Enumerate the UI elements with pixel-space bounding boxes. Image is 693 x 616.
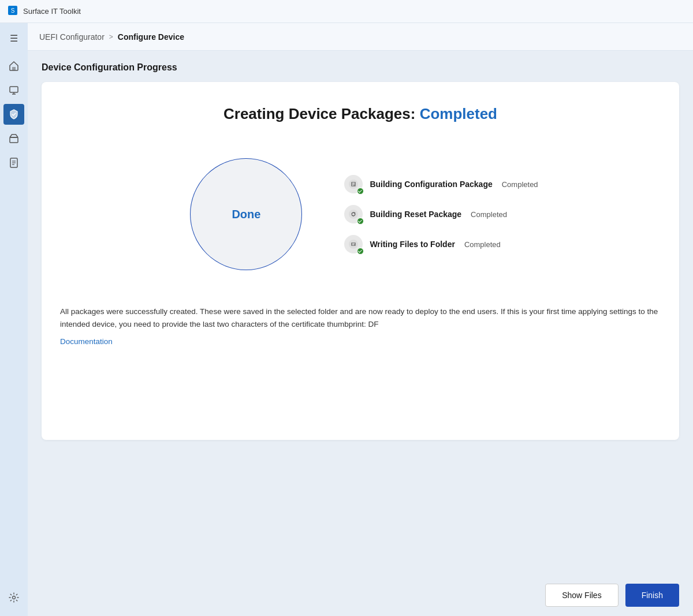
breadcrumb: UEFI Configurator > Configure Device bbox=[39, 32, 184, 42]
description-text: All packages were successfully created. … bbox=[60, 305, 661, 330]
report-icon bbox=[8, 157, 20, 169]
step-status-2: Completed bbox=[471, 210, 507, 219]
sidebar-item-packages[interactable] bbox=[3, 128, 24, 149]
step-item-1: Building Configuration Package Completed bbox=[344, 175, 538, 193]
device-icon bbox=[8, 84, 20, 96]
svg-point-18 bbox=[349, 210, 358, 219]
step-label-1: Building Configuration Package bbox=[370, 180, 492, 189]
svg-rect-3 bbox=[10, 87, 18, 92]
show-files-button[interactable]: Show Files bbox=[545, 584, 618, 607]
sidebar-item-device[interactable] bbox=[3, 80, 24, 100]
svg-rect-20 bbox=[351, 242, 356, 246]
step-icon-3 bbox=[344, 235, 363, 253]
step-icon-1 bbox=[344, 175, 363, 193]
app-title: Surface IT Toolkit bbox=[23, 7, 81, 16]
sidebar-item-home[interactable] bbox=[3, 55, 24, 76]
progress-card: Creating Device Packages: Completed Done bbox=[42, 82, 679, 440]
home-icon bbox=[8, 60, 20, 72]
step-status-3: Completed bbox=[464, 240, 501, 249]
gear-icon bbox=[8, 592, 20, 603]
creating-title-static: Creating Device Packages: bbox=[223, 105, 415, 122]
breadcrumb-parent: UEFI Configurator bbox=[39, 32, 105, 42]
check-badge-2 bbox=[357, 218, 364, 225]
documentation-link[interactable]: Documentation bbox=[60, 337, 113, 346]
creating-title: Creating Device Packages: Completed bbox=[60, 105, 661, 123]
step-icon-2 bbox=[344, 205, 363, 223]
creating-title-status: Completed bbox=[420, 105, 497, 122]
step-item-3: Writing Files to Folder Completed bbox=[344, 235, 538, 253]
svg-rect-2 bbox=[12, 67, 16, 70]
svg-point-13 bbox=[13, 596, 16, 599]
step-status-1: Completed bbox=[502, 180, 538, 189]
sidebar: ☰ bbox=[0, 23, 28, 616]
page-content: Device Configuration Progress Creating D… bbox=[28, 51, 693, 574]
page-title: Device Configuration Progress bbox=[42, 62, 679, 73]
header: UEFI Configurator > Configure Device bbox=[28, 23, 693, 51]
steps-list: Building Configuration Package Completed bbox=[344, 175, 538, 253]
progress-circle-container: Done bbox=[182, 151, 310, 278]
step-label-3: Writing Files to Folder bbox=[370, 240, 455, 249]
package-icon bbox=[8, 133, 20, 144]
title-bar: S Surface IT Toolkit bbox=[0, 0, 693, 23]
sidebar-item-settings[interactable] bbox=[3, 587, 24, 608]
sidebar-item-reports[interactable] bbox=[3, 152, 24, 173]
svg-text:S: S bbox=[11, 8, 15, 14]
check-badge-1 bbox=[357, 188, 364, 195]
app-logo: S bbox=[7, 5, 18, 18]
circle-inner: Done bbox=[191, 159, 301, 270]
step-item-2: Building Reset Package Completed bbox=[344, 205, 538, 223]
progress-area: Done bbox=[60, 151, 661, 278]
hamburger-icon: ☰ bbox=[10, 33, 18, 44]
footer: Show Files Finish bbox=[28, 574, 693, 616]
circle-label: Done bbox=[232, 208, 260, 221]
sidebar-item-uefi[interactable] bbox=[3, 104, 24, 125]
hamburger-menu[interactable]: ☰ bbox=[3, 28, 24, 48]
main-content: UEFI Configurator > Configure Device Dev… bbox=[28, 23, 693, 616]
step-label-2: Building Reset Package bbox=[370, 210, 461, 219]
svg-rect-6 bbox=[10, 137, 18, 143]
shield-icon bbox=[8, 109, 20, 120]
finish-button[interactable]: Finish bbox=[625, 584, 679, 607]
check-badge-3 bbox=[357, 248, 364, 255]
breadcrumb-current: Configure Device bbox=[118, 32, 184, 42]
breadcrumb-separator: > bbox=[109, 33, 113, 41]
